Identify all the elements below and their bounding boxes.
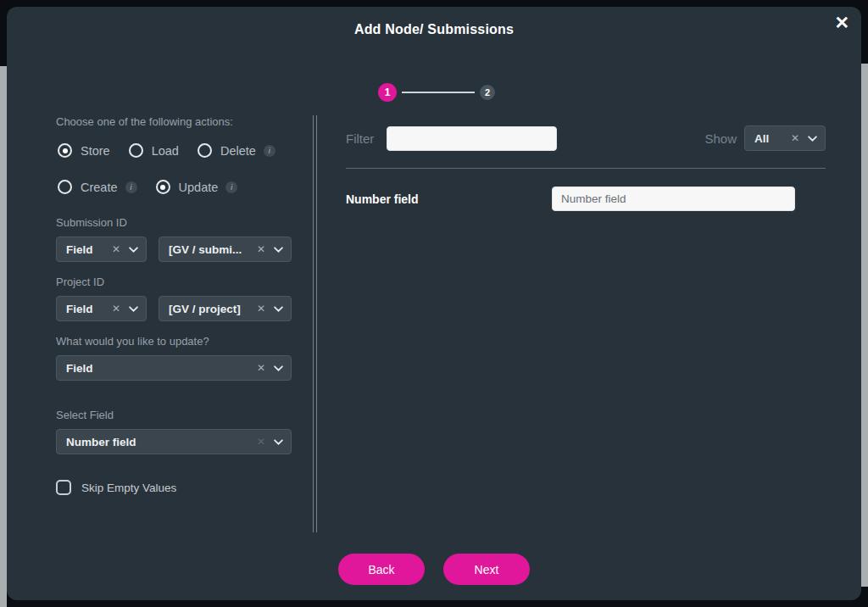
dropdown-value: Field [66,362,250,375]
dropdown-value: [GV / submi... [169,243,250,256]
project-id-label: Project ID [56,276,292,288]
chevron-down-icon[interactable] [274,439,283,445]
number-field-label: Number field [346,192,419,206]
radio-store-label: Store [81,144,110,158]
radio-option-create[interactable]: Create i [58,180,137,194]
skip-empty-values-option[interactable]: Skip Empty Values [56,480,292,495]
number-field-row: Number field [346,187,826,211]
project-value-dropdown[interactable]: [GV / project] ✕ [159,296,292,321]
clear-icon[interactable]: ✕ [791,132,799,144]
left-panel-scrollbar[interactable] [313,115,317,532]
close-icon[interactable]: ✕ [834,14,849,31]
radio-load[interactable] [129,143,143,158]
skip-empty-values-checkbox[interactable] [56,480,71,495]
filter-row: Filter Show All ✕ [346,125,826,151]
chevron-down-icon[interactable] [129,247,138,253]
next-button[interactable]: Next [443,554,530,585]
select-field-dropdown[interactable]: Number field ✕ [56,429,292,454]
footer: Back Next [7,554,861,585]
radio-create-label: Create [81,181,118,194]
show-dropdown[interactable]: All ✕ [744,125,826,151]
radio-option-store[interactable]: Store [58,143,110,158]
info-icon[interactable]: i [125,181,137,193]
clear-icon[interactable]: ✕ [257,243,265,255]
add-node-modal: Add Node/ Submissions ✕ 1 2 Choose one o… [7,7,861,600]
select-field-group: Select Field Number field ✕ [56,409,292,454]
clear-icon[interactable]: ✕ [112,243,120,255]
back-button[interactable]: Back [338,554,425,585]
radio-option-delete[interactable]: Delete i [198,143,275,158]
dropdown-value: All [754,132,784,145]
stepper-connector [402,92,475,93]
update-target-label: What would you like to update? [56,335,292,348]
modal-title: Add Node/ Submissions [7,22,861,37]
radio-load-label: Load [152,144,179,158]
show-label: Show [704,131,737,146]
clear-icon[interactable]: ✕ [257,362,265,374]
submission-id-group: Submission ID Field ✕ [GV / submi... ✕ [56,216,292,262]
submission-type-dropdown[interactable]: Field ✕ [56,237,147,262]
chevron-down-icon[interactable] [129,306,138,312]
left-panel: Choose one of the following actions: Sto… [56,115,292,495]
update-target-group: What would you like to update? Field ✕ [56,335,292,381]
clear-icon: ✕ [257,436,265,448]
right-panel: Filter Show All ✕ Number field [346,115,826,211]
radio-delete[interactable] [198,143,212,158]
project-id-group: Project ID Field ✕ [GV / project] ✕ [56,276,292,321]
radio-option-load[interactable]: Load [129,143,179,158]
radio-create[interactable] [58,180,72,194]
number-field-input[interactable] [552,187,795,211]
select-field-label: Select Field [56,409,292,421]
project-type-dropdown[interactable]: Field ✕ [56,296,147,321]
radio-row-1: Store Load Delete i [58,143,292,158]
submission-id-label: Submission ID [56,216,292,229]
actions-label: Choose one of the following actions: [56,115,292,128]
dropdown-value: Field [66,243,105,256]
page-scrollbar-right[interactable] [860,64,868,587]
radio-update[interactable] [156,180,170,194]
info-icon[interactable]: i [264,145,275,157]
radio-option-update[interactable]: Update i [156,180,238,194]
radio-delete-label: Delete [220,144,256,158]
dropdown-value: [GV / project] [169,303,250,315]
filter-label: Filter [346,131,374,146]
submission-value-dropdown[interactable]: [GV / submi... ✕ [159,237,292,262]
chevron-down-icon[interactable] [274,306,283,312]
chevron-down-icon[interactable] [808,136,817,142]
dropdown-value: Field [66,303,105,315]
show-group: Show All ✕ [704,125,826,151]
step-1-indicator[interactable]: 1 [378,83,397,102]
radio-row-2: Create i Update i [58,180,292,194]
clear-icon[interactable]: ✕ [257,303,265,315]
info-icon[interactable]: i [225,181,237,193]
radio-update-label: Update [179,181,219,194]
step-2-indicator[interactable]: 2 [480,85,495,100]
skip-empty-values-label: Skip Empty Values [81,482,176,494]
screen: Add Node/ Submissions ✕ 1 2 Choose one o… [0,0,868,607]
stepper: 1 2 [378,83,495,102]
dropdown-value: Number field [66,436,250,448]
update-target-dropdown[interactable]: Field ✕ [56,355,292,381]
section-divider [346,168,826,169]
page-scrollbar-left[interactable] [0,66,7,607]
chevron-down-icon[interactable] [274,247,283,253]
radio-store[interactable] [58,143,72,158]
clear-icon[interactable]: ✕ [112,303,120,315]
filter-input[interactable] [387,126,557,151]
chevron-down-icon[interactable] [274,365,283,371]
